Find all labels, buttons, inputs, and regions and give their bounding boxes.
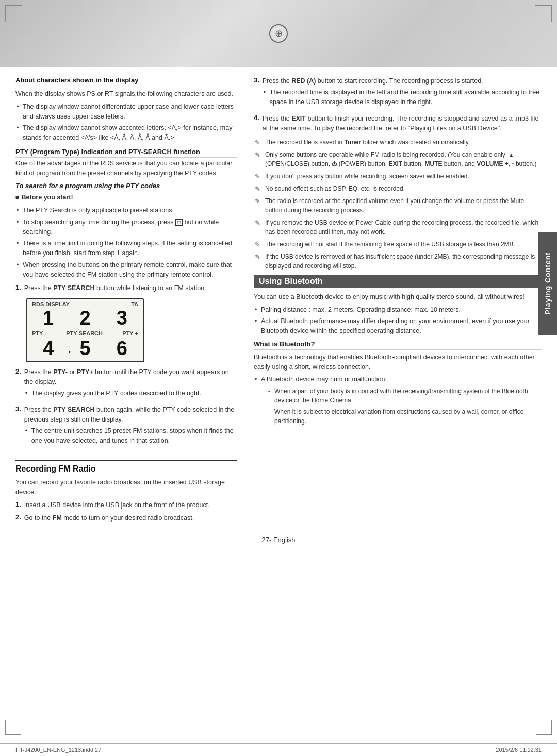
wbt-sub-2: When it is subject to electrical variati… (267, 407, 542, 426)
recording-notes: The recorded file is saved in Tuner fold… (254, 138, 542, 271)
main-content: About characters shown in the display Wh… (0, 67, 557, 531)
bluetooth-heading: Using Bluetooth (254, 275, 542, 288)
page-wrapper: ⊕ Playing Content About characters shown… (0, 0, 557, 756)
about-characters-intro: When the display shows PS,or RT signals,… (15, 89, 237, 99)
note-2: Only some buttons are operable while FM … (254, 150, 542, 169)
about-characters-heading: About characters shown in the display (15, 76, 237, 86)
footer-bar: HT-J4200_EN-ENG_1213.indd 27 2015/2/6 11… (0, 743, 557, 756)
rds-num-1: 1 (31, 308, 65, 328)
bluetooth-intro: You can use a Bluetooth device to enjoy … (254, 292, 542, 302)
footer-left: HT-J4200_EN-ENG_1213.indd 27 (15, 747, 101, 753)
right-step-3-sub: The recorded time is displayed in the le… (263, 88, 542, 107)
rds-num-3: 3 (105, 308, 139, 328)
what-bluetooth-heading: What is Bluetooth? (254, 340, 542, 350)
side-tab-label: Playing Content (544, 252, 552, 315)
right-column: 3. Press the RED (A) button to start rec… (250, 76, 542, 526)
rds-pty-search: PTY SEARCH (66, 330, 103, 337)
recording-intro: You can record your favorite radio broad… (15, 478, 237, 497)
about-bullet-1: The display window cannot differentiate … (15, 102, 237, 122)
rds-ta-label: TA (131, 301, 138, 307)
step-1: 1. Press the PTY SEARCH button while lis… (15, 283, 237, 293)
recording-heading: Recording FM Radio (15, 460, 237, 474)
before-bullet-2: To stop searching any time during the pr… (15, 217, 237, 237)
pty-intro: One of the advantages of the RDS service… (15, 159, 237, 178)
bluetooth-bullets: Pairing distance : max. 2 meters, Operat… (254, 305, 542, 336)
note-8: If the USB device is removed or has insu… (254, 252, 542, 271)
bluetooth-section: Using Bluetooth You can use a Bluetooth … (254, 275, 542, 426)
note-5: The radio is recorded at the specified v… (254, 196, 542, 215)
compass-center-icon: ⊕ (269, 24, 288, 43)
divider-1 (15, 455, 237, 455)
page-number: 27 (261, 536, 269, 544)
rds-display: RDS DISPLAY TA 1 2 3 PTY - PTY SEARCH PT… (26, 298, 144, 362)
note-3: If you don't press any button while reco… (254, 172, 542, 181)
rds-display-label: RDS DISPLAY (32, 301, 70, 307)
rds-bottom-numbers: 4 5• 6 (27, 338, 143, 361)
left-column: About characters shown in the display Wh… (15, 76, 237, 526)
about-characters-list: The display window cannot differentiate … (15, 102, 237, 143)
bt-bullet-2: Actual Bluetooth performance may differ … (254, 316, 542, 336)
rds-top-row: RDS DISPLAY TA (27, 299, 143, 307)
before-start-list: ■Before you start! (15, 193, 237, 203)
corner-mark-bottom-left (5, 720, 21, 735)
step-2: 2. Press the PTY- or PTY+ button until t… (15, 367, 237, 402)
before-start-label: ■Before you start! (15, 193, 237, 203)
bt-bullet-1: Pairing distance : max. 2 meters, Operat… (254, 305, 542, 315)
what-bluetooth-intro: Bluetooth is a technology that enables B… (254, 352, 542, 372)
note-1: The recorded file is saved in Tuner fold… (254, 138, 542, 147)
page-number-area: 27- English (0, 531, 557, 559)
right-step-3: 3. Press the RED (A) button to start rec… (254, 76, 542, 111)
before-bullet-3: There is a time limit in doing the follo… (15, 239, 237, 258)
about-characters-section: About characters shown in the display Wh… (15, 76, 237, 143)
page-suffix: - English (269, 536, 296, 544)
right-step-4: 4. Press the EXIT button to finish your … (254, 114, 542, 133)
footer-right: 2015/2/6 11:12:31 (496, 747, 542, 753)
rds-pty-plus: PTY + (122, 330, 138, 337)
note-7: The recording will not start if the rema… (254, 240, 542, 249)
step-3-left: 3. Press the PTY SEARCH button again, wh… (15, 405, 237, 449)
about-bullet-2: The display window cannot show accented … (15, 123, 237, 143)
rds-num-5: 5• (68, 339, 102, 358)
rec-step-1: 1. Insert a USB device into the USB jack… (15, 500, 237, 510)
rds-num-2: 2 (68, 308, 102, 328)
wbt-bullet-1: A Bluetooth device may hum or malfunctio… (254, 375, 542, 426)
search-heading: To search for a program using the PTY co… (15, 182, 237, 190)
rds-num-6: 6 (105, 339, 139, 358)
before-bullets-list: The PTY Search is only applicable to pre… (15, 206, 237, 279)
rds-num-4: 4 (31, 339, 65, 358)
top-decorative-image: ⊕ (0, 0, 557, 67)
before-bullet-1: The PTY Search is only applicable to pre… (15, 206, 237, 215)
what-bluetooth-bullets: A Bluetooth device may hum or malfunctio… (254, 375, 542, 426)
step-3-sub: The centre unit searches 15 preset FM st… (24, 426, 237, 446)
wbt-sub-list: When a part of your body is in contact w… (267, 387, 542, 426)
rds-pty-minus: PTY - (32, 330, 46, 337)
step-2-sub: The display gives you the PTY codes desc… (24, 389, 237, 398)
pty-section: PTY (Program Type) indication and PTY-SE… (15, 148, 237, 450)
pty-heading: PTY (Program Type) indication and PTY-SE… (15, 148, 237, 158)
wbt-sub-1: When a part of your body is in contact w… (267, 387, 542, 405)
note-4: No sound effect such as DSP, EQ, etc. is… (254, 184, 542, 193)
recording-section: Recording FM Radio You can record your f… (15, 460, 237, 523)
corner-mark-bottom-right (536, 720, 552, 735)
rec-step-2: 2. Go to the FM mode to turn on your des… (15, 513, 237, 523)
note-6: If you remove the USB device or Power Ca… (254, 218, 542, 237)
rds-top-numbers: 1 2 3 (27, 307, 143, 330)
rds-bottom-row: PTY - PTY SEARCH PTY + (27, 330, 143, 338)
before-bullet-4: When pressing the buttons on the primary… (15, 260, 237, 280)
